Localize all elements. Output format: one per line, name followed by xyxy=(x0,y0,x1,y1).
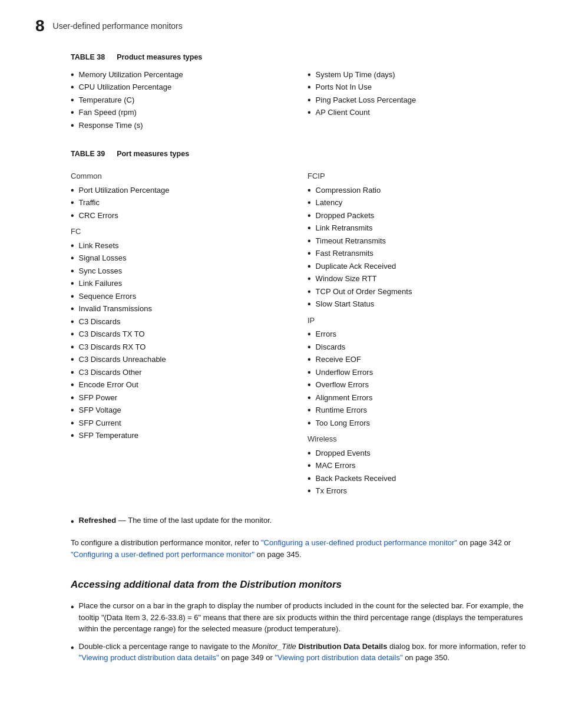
refreshed-label: Refreshed xyxy=(79,516,117,525)
wireless-label: Wireless xyxy=(308,433,527,445)
list-item: Underflow Errors xyxy=(308,367,527,378)
configure-link2[interactable]: "Configuring a user-defined port perform… xyxy=(71,550,254,559)
list-item: Link Resets xyxy=(71,240,290,252)
configure-link1[interactable]: "Configuring a user-defined product perf… xyxy=(261,538,457,547)
list-item: Port Utilization Percentage xyxy=(71,185,290,196)
list-item: Duplicate Ack Received xyxy=(308,261,527,272)
table39-col1: Common Port Utilization PercentageTraffi… xyxy=(71,166,290,498)
configure-text1: To configure a distribution performance … xyxy=(71,538,261,547)
table39-content: Common Port Utilization PercentageTraffi… xyxy=(71,166,527,498)
table38-content: Memory Utilization PercentageCPU Utiliza… xyxy=(71,69,527,133)
bullet2-bold: Distribution Data Details xyxy=(296,642,388,651)
table38-list2: System Up Time (days)Ports Not In UsePin… xyxy=(308,69,527,118)
list-item: CPU Utilization Percentage xyxy=(71,81,290,93)
list-item: Receive EOF xyxy=(308,354,527,365)
common-list: Port Utilization PercentageTrafficCRC Er… xyxy=(71,185,290,222)
list-item: C3 Discards xyxy=(71,316,290,328)
list-item: Back Packets Received xyxy=(308,473,527,485)
ip-label: IP xyxy=(308,315,527,327)
refreshed-dash: — xyxy=(116,516,128,525)
list-item: Signal Losses xyxy=(71,252,290,264)
list-item: Traffic xyxy=(71,197,290,209)
fc-list: Link ResetsSignal LossesSync LossesLink … xyxy=(71,240,290,442)
bullet-para-2: Double-click a percentage range to navig… xyxy=(71,641,527,664)
list-item: Compression Ratio xyxy=(308,185,527,196)
common-label: Common xyxy=(71,170,290,182)
bullet2-text2: dialog box. for more information, refer … xyxy=(387,642,525,651)
configure-text2: on page 342 or xyxy=(457,538,511,547)
page-header: 8 User-defined performance monitors xyxy=(35,18,527,34)
bullet2-text4: on page 350. xyxy=(403,653,450,662)
list-item: Overflow Errors xyxy=(308,379,527,391)
list-item: Dropped Packets xyxy=(308,210,527,222)
bullet1-text: Place the cursor on a bar in the graph t… xyxy=(79,600,527,635)
list-item: C3 Discards Unreachable xyxy=(71,354,290,365)
bullet-para-1: Place the cursor on a bar in the graph t… xyxy=(71,600,527,635)
table39-title: Port measures types xyxy=(117,150,189,158)
list-item: Ports Not In Use xyxy=(308,81,527,93)
list-item: Alignment Errors xyxy=(308,392,527,404)
table38-heading: TABLE 38Product measures types xyxy=(71,52,527,63)
bullet2-link2[interactable]: "Viewing port distribution data details" xyxy=(275,653,402,662)
list-item: Link Retransmits xyxy=(308,222,527,234)
bullet2-text1: Double-click a percentage range to navig… xyxy=(79,642,252,651)
table38-label: TABLE 38 xyxy=(71,53,105,61)
bullet2-text3: on page 349 or xyxy=(219,653,275,662)
list-item: Link Failures xyxy=(71,278,290,289)
list-item: Too Long Errors xyxy=(308,417,527,429)
table39-label: TABLE 39 xyxy=(71,150,105,158)
list-item: Window Size RTT xyxy=(308,273,527,285)
bullet2-link1[interactable]: "Viewing product distribution data detai… xyxy=(79,653,219,662)
list-item: C3 Discards TX TO xyxy=(71,328,290,340)
list-item: SFP Temperature xyxy=(71,430,290,442)
list-item: C3 Discards Other xyxy=(71,367,290,378)
list-item: Fast Retransmits xyxy=(308,248,527,259)
list-item: Latency xyxy=(308,197,527,209)
table38-col1: Memory Utilization PercentageCPU Utiliza… xyxy=(71,69,290,133)
chapter-title: User-defined performance monitors xyxy=(53,20,183,32)
list-item: Discards xyxy=(308,341,527,353)
table38-section: TABLE 38Product measures types Memory Ut… xyxy=(71,52,527,132)
list-item: Sequence Errors xyxy=(71,291,290,302)
configure-para: To configure a distribution performance … xyxy=(71,537,527,561)
chapter-number: 8 xyxy=(35,18,45,34)
list-item: Errors xyxy=(308,328,527,340)
list-item: C3 Discards RX TO xyxy=(71,341,290,353)
list-item: Invalid Transmissions xyxy=(71,303,290,315)
wireless-list: Dropped EventsMAC ErrorsBack Packets Rec… xyxy=(308,447,527,497)
ip-list: ErrorsDiscardsReceive EOFUnderflow Error… xyxy=(308,328,527,429)
list-item: Runtime Errors xyxy=(308,404,527,416)
list-item: Memory Utilization Percentage xyxy=(71,69,290,81)
list-item: CRC Errors xyxy=(71,210,290,222)
fc-label: FC xyxy=(71,226,290,238)
refreshed-item: Refreshed — The time of the last update … xyxy=(71,515,527,529)
refreshed-content: Refreshed — The time of the last update … xyxy=(79,515,272,526)
list-item: MAC Errors xyxy=(308,460,527,472)
list-item: SFP Power xyxy=(71,392,290,404)
table39-heading: TABLE 39Port measures types xyxy=(71,149,527,160)
list-item: SFP Voltage xyxy=(71,404,290,416)
list-item: SFP Current xyxy=(71,417,290,429)
bullet2-italic: Monitor_Title xyxy=(252,642,296,651)
fcip-list: Compression RatioLatencyDropped PacketsL… xyxy=(308,185,527,310)
list-item: Ping Packet Loss Percentage xyxy=(308,94,527,106)
bullet2-content: Double-click a percentage range to navig… xyxy=(79,641,527,664)
list-item: System Up Time (days) xyxy=(308,69,527,81)
list-item: Sync Losses xyxy=(71,265,290,277)
list-item: Timeout Retransmits xyxy=(308,235,527,247)
list-item: Dropped Events xyxy=(308,447,527,459)
table38-list1: Memory Utilization PercentageCPU Utiliza… xyxy=(71,69,290,131)
body-section: Refreshed — The time of the last update … xyxy=(71,515,527,664)
table38-title: Product measures types xyxy=(117,53,202,61)
list-item: TCP Out of Order Segments xyxy=(308,286,527,298)
refreshed-text: The time of the last update for the moni… xyxy=(128,516,272,525)
list-item: Tx Errors xyxy=(308,485,527,497)
table38-col2: System Up Time (days)Ports Not In UsePin… xyxy=(308,69,527,133)
list-item: Fan Speed (rpm) xyxy=(71,107,290,118)
fcip-label: FCIP xyxy=(308,170,527,182)
table39-col2: FCIP Compression RatioLatencyDropped Pac… xyxy=(308,166,527,498)
list-item: Slow Start Status xyxy=(308,298,527,310)
list-item: AP Client Count xyxy=(308,107,527,118)
list-item: Temperature (C) xyxy=(71,94,290,106)
section-title: Accessing additional data from the Distr… xyxy=(71,577,527,592)
